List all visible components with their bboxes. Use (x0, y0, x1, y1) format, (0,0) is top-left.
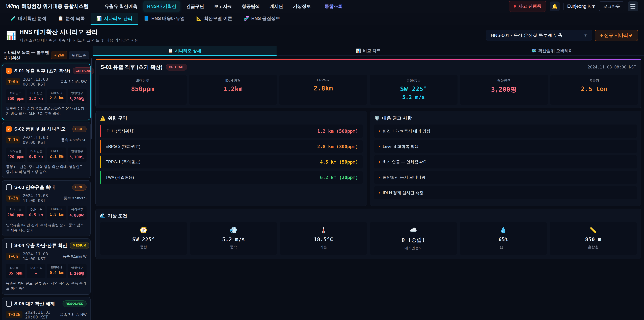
mini-stat: ERPG-21.8 km (47, 206, 66, 220)
weather-panel: 🌊 기상 조건 🧭 SW 225° 풍향 💨 5.2 m/s 풍속 (96, 209, 641, 259)
nav-item-aerial-search[interactable]: 항공탐색 (238, 1, 264, 12)
clipboard-icon: 📋 (168, 49, 173, 53)
nav-item-oil-spill[interactable]: 유출유 확산예측 (101, 1, 141, 12)
wind-tag: 풍속 5.2m/s SW (60, 79, 86, 84)
nav-item-hns-dispersion[interactable]: HNS·대기확산 (144, 1, 180, 12)
wing-logo-icon: Wing (6, 3, 19, 10)
tab-hns-manual[interactable]: 📘 HNS 대응매뉴얼 (138, 13, 190, 25)
sort-by-risk-button[interactable]: 위험도순 (69, 51, 89, 59)
severity-badge: HIGH (72, 184, 87, 191)
recommendations-title: 대응 권고 사항 (382, 115, 412, 121)
page-chart-icon: 📊 (6, 31, 16, 40)
main-body: S-01 유출 직후 (초기 확산) CRITICAL 2024.11.03 0… (93, 56, 644, 259)
stat-tile-erpg2: ERPG-2 2.8km (279, 75, 367, 105)
main-content: 📋 시나리오 상세 📊 비교 차트 🗺️ 확산범위 오버레이 S-01 유출 직… (93, 46, 644, 320)
scenario-checkbox[interactable] (6, 184, 12, 190)
tab-dispersion-overlay[interactable]: 🗺️ 확산범위 오버레이 (460, 46, 644, 56)
test-tube-icon: 🧪 (10, 16, 16, 21)
tab-label: 대기확산 분석 (18, 16, 46, 22)
tab-analysis-list[interactable]: 📋 분석 목록 (52, 13, 90, 25)
stat-tile-wind: 풍향/풍속 SW 225° 5.2 m/s (370, 75, 458, 105)
notification-bell-button[interactable]: 🔔 (550, 2, 560, 11)
scenario-description: 톨루엔 2.5톤 순간 유출. SW 풍향으로 온산 산업단지 방향 확산. I… (6, 106, 86, 116)
compass-icon: 🧭 (101, 226, 186, 234)
scenario-checkbox[interactable]: ✓ (6, 68, 12, 74)
severity-badge: CRITICAL (166, 64, 188, 71)
nav-right: 사고 진행중 🔔 Eunjeong Kim 로그아웃 (509, 1, 638, 12)
time-offset-badge: T+0h (6, 78, 20, 85)
severity-badge: HIGH (72, 126, 87, 132)
tab-label: 시나리오 관리 (104, 16, 132, 22)
risk-zone-row-twa: TWA (작업허용) 6.2 km (20ppm) (100, 171, 362, 184)
nav-item-integrated-search[interactable]: 통합조회 (321, 1, 346, 12)
scenario-title: S-01 유출 직후 (초기 확산) (14, 68, 70, 74)
nav-divider (93, 3, 94, 10)
scenario-checkbox[interactable] (6, 243, 12, 248)
scenario-card-s04[interactable]: S-04 유출 차단·잔류 확산 MEDIUM T+6h 2024.11.03 … (2, 238, 90, 295)
droplet-icon: 💧 (461, 226, 546, 234)
nav-item-weather[interactable]: 기상정보 (289, 1, 314, 12)
tab-dispersion-analysis[interactable]: 🧪 대기확산 분석 (5, 13, 52, 25)
cloud-icon: ☁️ (371, 226, 456, 234)
scenario-title: S-05 대기확산 해제 (14, 300, 60, 307)
ruler-icon: 📐 (196, 16, 202, 21)
wind-tag: 풍속 4.8m/s SE (61, 137, 86, 142)
sort-by-time-button[interactable]: 시간순 (51, 51, 68, 59)
scenario-card-s02[interactable]: ✓ S-02 풍향 변화 시나리오 HIGH T+1h 2024.11.03 0… (2, 122, 90, 178)
risk-zone-row-idlh: IDLH (즉시위험) 1.2 km (500ppm) (100, 125, 362, 138)
tab-label: 시나리오 상세 (175, 48, 201, 54)
nav-item-reports[interactable]: 보고자료 (210, 1, 236, 12)
scenario-sidebar: 시나리오 목록 — 톨루엔 대기확산 시간순 위험도순 ✓ S-01 유출 직후… (0, 46, 93, 320)
stat-tile-spill-amount: 유출량 2.5 ton (550, 75, 638, 105)
mini-stat: 영향인구4,800명 (68, 206, 87, 220)
incident-status-badge: 사고 진행중 (509, 1, 546, 12)
timestamp: 2024.11.03 14:00 KST (23, 251, 60, 261)
shield-icon: 🛡️ (374, 115, 380, 121)
app-title: 해양환경 위기대응 통합시스템 (22, 3, 88, 10)
mini-stat: IDLH반경– (27, 264, 46, 278)
mini-stat: ERPG-20.4 km (47, 264, 66, 278)
severity-badge: RESOLVED (62, 300, 86, 307)
page-title: HNS 대기확산 시나리오 관리 (20, 28, 138, 36)
scenario-card-s05[interactable]: S-05 대기확산 해제 RESOLVED T+12h 2024.11.03 2… (2, 297, 90, 320)
incident-status-label: 사고 진행중 (518, 3, 541, 9)
scenario-title: S-04 유출 차단·잔류 확산 (14, 242, 67, 249)
scenario-card-s01[interactable]: ✓ S-01 유출 직후 (초기 확산) CRITICAL T+0h 2024.… (2, 64, 90, 120)
risk-zone-row-erpg2: ERPG-2 (대피권고) 2.8 km (300ppm) (100, 140, 362, 153)
weather-tile-stability: ☁️ D (중립) 대기안정도 (370, 222, 457, 255)
scenario-checkbox[interactable] (6, 301, 12, 306)
nav-item-board[interactable]: 게시판 (266, 1, 287, 12)
stat-tile-affected-population: 영향인구 3,200명 (460, 75, 548, 105)
tab-label: 확산모델 이론 (204, 16, 232, 22)
incident-select[interactable]: HNS-001 · 울산 온산항 톨루엔 누출 ▼ (486, 30, 592, 41)
timestamp: 2024.11.03 11:00 KST (23, 193, 61, 203)
tab-label: 비교 차트 (363, 48, 381, 54)
sidebar-scrollbar[interactable] (91, 58, 92, 139)
hamburger-menu-button[interactable] (628, 1, 638, 12)
tab-model-theory[interactable]: 📐 확산모델 이론 (190, 13, 238, 25)
severity-badge: MEDIUM (70, 242, 89, 249)
tab-scenario-detail[interactable]: 📋 시나리오 상세 (93, 46, 276, 56)
main-menu: 유출유 확산예측 HNS·대기확산 긴급구난 보고자료 항공탐색 게시판 기상정… (101, 1, 504, 12)
detail-timestamp: 2024.11.03 08:00 KST (588, 65, 636, 70)
brand: Wing 해양환경 위기대응 통합시스템 (6, 3, 88, 10)
tab-scenario-management[interactable]: 📊 시나리오 관리 (90, 13, 138, 25)
logout-button[interactable]: 로그아웃 (599, 1, 624, 11)
nav-item-rescue[interactable]: 긴급구난 (182, 1, 208, 12)
tab-label: 분석 목록 (66, 16, 85, 22)
mini-stat: 최대농도85 ppm (6, 264, 25, 278)
page-header: 📊 HNS 대기확산 시나리오 관리 시간·조건별 대기확산 예측 시나리오 비… (0, 25, 644, 46)
clipboard-icon: 📋 (58, 16, 63, 21)
risk-zone-row-erpg1: ERPG-1 (주의권고) 4.5 km (50ppm) (100, 155, 362, 168)
chevron-down-icon: ▼ (584, 33, 587, 38)
wind-tag: 풍속 6.1m/s W (62, 254, 86, 259)
tab-hns-substance-info[interactable]: 🧬 HNS 물질정보 (238, 13, 286, 25)
scenario-checkbox[interactable]: ✓ (6, 126, 12, 132)
tab-comparison-chart[interactable]: 📊 비교 차트 (276, 46, 460, 56)
scenario-card-s03[interactable]: S-03 연속유출 확대 HIGH T+3h 2024.11.03 11:00 … (2, 180, 90, 236)
bullet-icon: • (379, 129, 380, 133)
user-name: Eunjeong Kim (567, 4, 595, 9)
new-scenario-button[interactable]: + 신규 시나리오 (595, 30, 638, 41)
stat-tile-idlh-radius: IDLH 반경 1.2km (189, 75, 277, 105)
warning-icon: ⚠️ (100, 115, 106, 121)
